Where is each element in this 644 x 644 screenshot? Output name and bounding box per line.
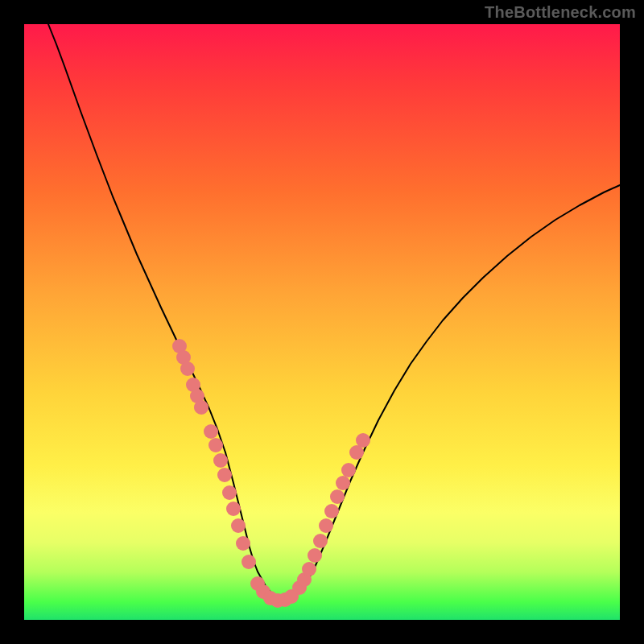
marker-dot bbox=[208, 438, 223, 452]
marker-dot bbox=[356, 433, 370, 448]
chart-stage: TheBottleneck.com bbox=[0, 0, 644, 644]
marker-dot bbox=[341, 463, 356, 477]
marker-dot bbox=[336, 476, 350, 490]
plot-area bbox=[24, 24, 620, 620]
marker-dot bbox=[180, 361, 195, 376]
marker-dot bbox=[302, 562, 316, 576]
marker-dot bbox=[313, 534, 328, 548]
marker-dot bbox=[213, 453, 228, 468]
marker-dot bbox=[324, 504, 339, 518]
marker-dot bbox=[308, 548, 322, 563]
marker-dot bbox=[319, 518, 333, 533]
marker-dot bbox=[236, 536, 250, 551]
marker-dot bbox=[217, 468, 232, 482]
plot-svg bbox=[24, 24, 620, 620]
marker-dot bbox=[204, 424, 218, 439]
marker-dot bbox=[194, 400, 208, 415]
marker-dot bbox=[226, 502, 241, 516]
marker-dot bbox=[242, 555, 256, 569]
marker-dot bbox=[330, 489, 345, 504]
watermark-text: TheBottleneck.com bbox=[485, 3, 636, 22]
marker-dot bbox=[222, 485, 237, 500]
marker-dot bbox=[231, 518, 246, 533]
